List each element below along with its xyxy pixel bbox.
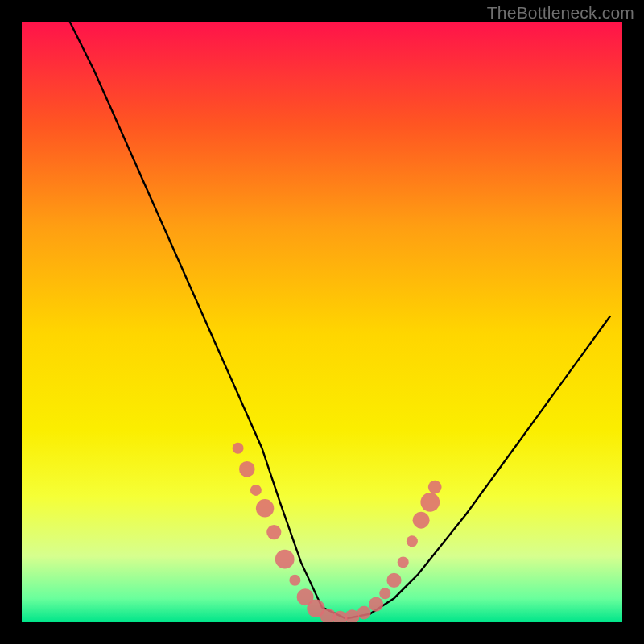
chart-plot-area bbox=[22, 22, 622, 622]
data-marker bbox=[413, 512, 430, 529]
data-marker bbox=[256, 499, 274, 517]
data-marker bbox=[250, 485, 262, 496]
data-marker bbox=[266, 525, 281, 539]
data-marker bbox=[407, 535, 418, 547]
data-marker bbox=[289, 575, 300, 586]
bottleneck-curve bbox=[70, 22, 610, 619]
data-marker bbox=[428, 481, 442, 494]
chart-frame: TheBottleneck.com bbox=[0, 0, 644, 644]
data-marker bbox=[239, 461, 255, 477]
data-marker bbox=[420, 493, 440, 512]
chart-svg bbox=[22, 22, 622, 622]
data-marker bbox=[345, 609, 359, 622]
data-marker bbox=[369, 597, 383, 612]
curve-layer bbox=[70, 22, 610, 619]
data-marker bbox=[275, 550, 295, 569]
data-marker bbox=[386, 573, 401, 588]
data-marker bbox=[379, 588, 390, 599]
watermark-text: TheBottleneck.com bbox=[487, 3, 634, 23]
data-marker bbox=[233, 443, 244, 454]
data-marker bbox=[398, 556, 409, 568]
data-marker bbox=[357, 606, 371, 620]
marker-layer bbox=[233, 443, 442, 622]
